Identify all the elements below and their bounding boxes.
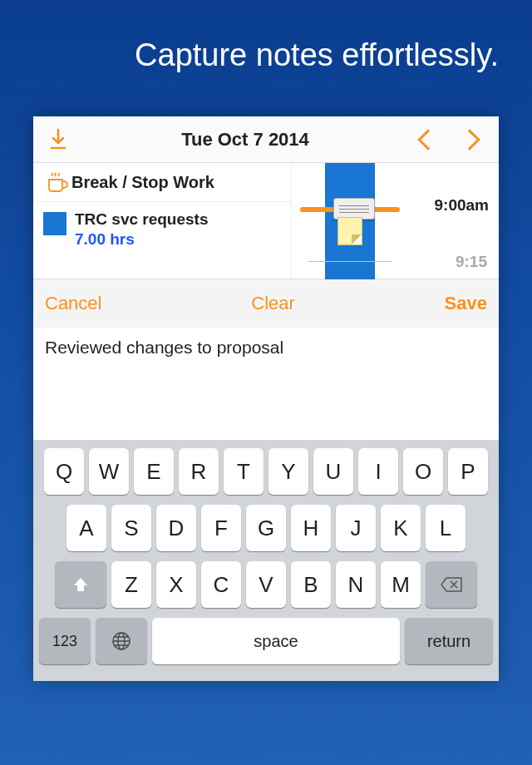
backspace-key[interactable] (426, 561, 477, 608)
key-q[interactable]: Q (44, 448, 84, 495)
actionbar: Cancel Clear Save (33, 279, 499, 328)
trc-title: TRC svc requests (75, 210, 209, 229)
key-row-4: 123 space return (37, 618, 495, 664)
clear-button[interactable]: Clear (251, 293, 295, 314)
promo-heading: Capture notes effortlessly. (0, 0, 532, 98)
trc-hours: 7.00 hrs (75, 230, 209, 249)
return-key[interactable]: return (405, 618, 493, 664)
key-l[interactable]: L (426, 505, 466, 551)
key-b[interactable]: B (291, 561, 331, 608)
time-915: 9:15 (456, 253, 487, 271)
key-k[interactable]: K (381, 505, 421, 551)
space-key[interactable]: space (152, 618, 400, 664)
key-f[interactable]: F (201, 505, 241, 551)
task-list: Break / Stop Work TRC svc requests 7.00 … (33, 163, 291, 279)
cancel-button[interactable]: Cancel (45, 293, 101, 314)
key-g[interactable]: G (246, 505, 286, 551)
timeline: 9:00am 9:15 (291, 163, 499, 279)
key-m[interactable]: M (381, 561, 421, 608)
key-a[interactable]: A (66, 505, 106, 551)
topbar: Tue Oct 7 2014 (33, 116, 499, 163)
timeline-tick (308, 261, 392, 262)
key-z[interactable]: Z (111, 561, 151, 608)
globe-key[interactable] (96, 618, 147, 664)
numbers-key[interactable]: 123 (39, 618, 91, 664)
key-d[interactable]: D (156, 505, 196, 551)
next-day-icon[interactable] (459, 129, 480, 150)
key-i[interactable]: I (358, 448, 398, 495)
key-e[interactable]: E (134, 448, 174, 495)
time-900: 9:00am (435, 196, 490, 215)
key-y[interactable]: Y (268, 448, 308, 495)
trc-task[interactable]: TRC svc requests 7.00 hrs (33, 202, 291, 257)
backspace-icon (440, 576, 463, 593)
shift-key[interactable] (55, 561, 106, 608)
key-x[interactable]: X (156, 561, 196, 608)
key-o[interactable]: O (403, 448, 443, 495)
key-row-3: Z X C V B N M (37, 561, 495, 608)
date-label: Tue Oct 7 2014 (83, 129, 407, 151)
key-s[interactable]: S (111, 505, 151, 551)
date-nav (407, 132, 499, 147)
content-row: Break / Stop Work TRC svc requests 7.00 … (33, 163, 499, 279)
key-h[interactable]: H (291, 505, 331, 551)
key-w[interactable]: W (89, 448, 129, 495)
key-row-1: Q W E R T Y U I O P (37, 448, 495, 495)
shift-icon (71, 575, 90, 594)
key-p[interactable]: P (448, 448, 488, 495)
key-row-2: A S D F G H J K L (37, 505, 495, 551)
mug-icon (43, 171, 71, 193)
key-j[interactable]: J (336, 505, 376, 551)
key-u[interactable]: U (313, 448, 353, 495)
note-textarea[interactable]: Reviewed changes to proposal (33, 328, 499, 440)
app-screen: Tue Oct 7 2014 Break / Stop Work TRC svc… (33, 116, 499, 681)
save-button[interactable]: Save (445, 293, 487, 314)
break-task[interactable]: Break / Stop Work (33, 163, 291, 202)
key-n[interactable]: N (336, 561, 376, 608)
note-icon[interactable] (337, 217, 362, 245)
download-icon[interactable] (33, 128, 83, 151)
key-t[interactable]: T (224, 448, 264, 495)
key-c[interactable]: C (201, 561, 241, 608)
project-color-square (43, 212, 66, 235)
break-label: Break / Stop Work (71, 173, 214, 192)
prev-day-icon[interactable] (417, 129, 438, 150)
globe-icon (111, 630, 132, 652)
key-v[interactable]: V (246, 561, 286, 608)
key-r[interactable]: R (179, 448, 219, 495)
keyboard: Q W E R T Y U I O P A S D F G H J K L Z (33, 440, 499, 681)
